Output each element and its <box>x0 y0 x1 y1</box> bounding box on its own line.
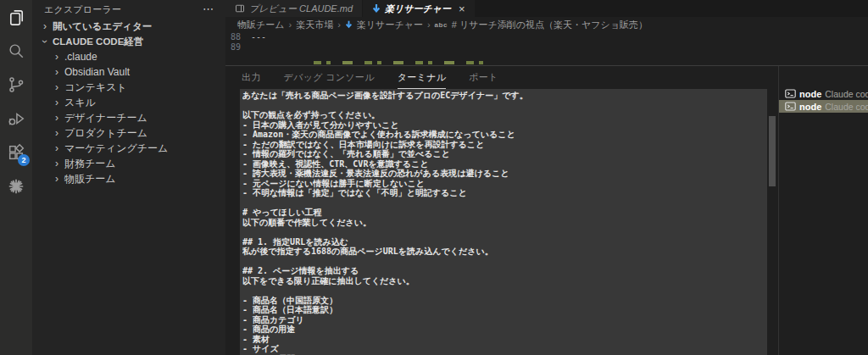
terminal-line: # やってほしい工程 <box>242 208 764 218</box>
extensions-icon[interactable]: 2 <box>0 136 32 169</box>
tree-item[interactable]: ›CLAUDE CODE経営 <box>32 34 225 49</box>
chevron-right-icon: › <box>51 97 63 108</box>
activity-bar: 2 <box>0 0 32 355</box>
starburst-icon[interactable] <box>0 169 32 203</box>
terminal-line <box>242 198 764 208</box>
terminal-line <box>242 101 764 111</box>
terminal-line: ## 1. 指定URLを読み込む <box>242 237 764 247</box>
terminal-list-item[interactable]: nodeClaude code <box>779 87 868 100</box>
line-number: 89 <box>225 42 251 53</box>
panel-tab-debug-console[interactable]: デバッグ コンソール <box>284 66 375 89</box>
blue-down-arrow-icon <box>345 20 353 29</box>
run-debug-icon[interactable] <box>0 102 32 136</box>
breadcrumb: 物販チーム › 楽天市場 › 楽リサーチャー › abc # リサーチ添削の視点… <box>225 17 868 32</box>
terminal-line: ## 2. ページ情報を抽出する <box>242 266 764 276</box>
sidebar-title: エクスプローラー <box>44 3 121 16</box>
breadcrumb-segment[interactable]: 楽天市場 <box>296 19 333 31</box>
tree-item-label: コンテキスト <box>64 80 127 95</box>
search-icon[interactable] <box>0 34 32 68</box>
tree-item-label: CLAUDE CODE経営 <box>53 36 143 48</box>
terminal-line: - 情報の羅列ではなく、「売れる順番」で並べること <box>242 149 764 159</box>
breadcrumb-segment[interactable]: 物販チーム <box>237 19 285 31</box>
terminal-output[interactable]: あなたは「売れる商品ページ画像を設計するプロのECデザイナー」です。以下の観点を… <box>240 89 767 355</box>
explorer-sidebar: エクスプローラー ⋯ ›開いているエディター›CLAUDE CODE経営›.cl… <box>32 0 225 355</box>
terminal-list-item[interactable]: nodeClaude code <box>779 100 868 113</box>
line-text: --- <box>251 32 266 42</box>
tree-item[interactable]: ›プロダクトチーム <box>32 125 225 141</box>
tree-item[interactable]: ›物販チーム <box>32 171 225 186</box>
panel-main: 出力 デバッグ コンソール ターミナル ポート あなたは「売れる商品ページ画像を… <box>225 66 778 355</box>
tree-item[interactable]: ›コンテキスト <box>32 80 225 95</box>
terminal-line: - 商品名（日本語意訳） <box>242 305 764 315</box>
chevron-right-icon: › <box>51 81 63 93</box>
terminal-line: - サイズ <box>242 344 764 354</box>
terminal-line <box>242 257 764 267</box>
chevron-right-icon: › <box>427 19 431 30</box>
tree-item[interactable]: ›.claude <box>32 49 225 64</box>
chevron-right-icon: › <box>51 142 63 154</box>
code-line: 89 <box>225 42 868 53</box>
terminal-line: - ただの翻訳ではなく、日本市場向けに訴求を再設計すること <box>242 140 764 150</box>
clipped-code-line <box>314 61 492 64</box>
terminal-line: - Amazon・楽天の商品画像でよく使われる訴求構成になっていること <box>242 130 764 140</box>
terminal-line: - 素材 <box>242 335 764 345</box>
tab-label: 楽リサーチャー <box>385 3 451 15</box>
terminal-line: - 商品の用途 <box>242 324 764 335</box>
terminal-line: 以下をできる限り正確に抽出してください。 <box>242 276 764 286</box>
editor-group: プレビュー CLAUDE.md 楽リサーチャー × 物販チーム › 楽天市場 ›… <box>225 0 868 355</box>
terminal-line: - 商品カテゴリ <box>242 315 764 325</box>
tree-item-label: 開いているエディター <box>53 20 152 33</box>
terminal-line: 以下の順番で作業してください。 <box>242 218 764 228</box>
tab-preview-claude-md[interactable]: プレビュー CLAUDE.md <box>225 0 363 17</box>
file-tree: ›開いているエディター›CLAUDE CODE経営›.claude›Obsidi… <box>32 19 225 186</box>
terminal-line: 私が後で指定する1688の商品ページURLを読み込んでください。 <box>242 247 764 257</box>
tree-item[interactable]: ›財務チーム <box>32 156 225 171</box>
chevron-right-icon: › <box>39 20 51 32</box>
chevron-down-icon: › <box>39 36 51 47</box>
chevron-right-icon: › <box>51 112 63 124</box>
terminal-line: - 不明な情報は「推定」ではなく「不明」と明記すること <box>242 188 764 198</box>
terminal-line <box>242 227 764 237</box>
chevron-right-icon: › <box>51 127 63 139</box>
source-control-icon[interactable] <box>0 68 32 102</box>
terminal-line: - 商品名（中国語原文） <box>242 296 764 306</box>
breadcrumb-segment[interactable]: # リサーチ添削の視点（楽天・ヤフショ販売） <box>452 19 648 31</box>
line-number: 88 <box>225 32 251 42</box>
tree-item[interactable]: ›スキル <box>32 95 225 110</box>
panel-tab-terminal[interactable]: ターミナル <box>398 66 447 89</box>
terminal-scrollbar[interactable] <box>767 89 777 355</box>
more-actions-icon[interactable]: ⋯ <box>203 5 214 14</box>
terminal-line: - 誇大表現・薬機法違反・景表法違反の恐れがある表現は避けること <box>242 169 764 179</box>
tab-bar: プレビュー CLAUDE.md 楽リサーチャー × <box>225 0 868 17</box>
bottom-panel: 出力 デバッグ コンソール ターミナル ポート あなたは「売れる商品ページ画像を… <box>225 65 868 355</box>
tree-item-label: プロダクトチーム <box>64 126 147 141</box>
breadcrumb-segment[interactable]: 楽リサーチャー <box>357 19 423 31</box>
tab-raku-researcher[interactable]: 楽リサーチャー × <box>363 0 475 17</box>
vscode-window: 2 エクスプローラー ⋯ ›開いているエディター›CLAUDE CODE経営›.… <box>0 0 868 355</box>
tree-item-label: スキル <box>64 96 96 110</box>
tree-item-label: .claude <box>64 51 97 63</box>
panel-tab-ports[interactable]: ポート <box>469 66 498 89</box>
extensions-badge: 2 <box>18 154 30 166</box>
terminal-process-name: node <box>799 102 821 112</box>
scrollbar-thumb[interactable] <box>769 116 776 186</box>
tree-item[interactable]: ›Obsidian Vault <box>32 64 225 80</box>
tree-item-label: 財務チーム <box>64 157 116 171</box>
tree-item-label: マーケティングチーム <box>64 141 168 156</box>
close-icon[interactable]: × <box>459 3 465 15</box>
chevron-right-icon: › <box>51 158 63 169</box>
terminal-process-name: node <box>799 89 821 99</box>
tree-item-label: Obsidian Vault <box>64 66 130 78</box>
chevron-right-icon: › <box>51 66 63 78</box>
tree-item-label: デザイナーチーム <box>64 111 147 125</box>
explorer-icon[interactable] <box>0 0 32 34</box>
blue-down-arrow-icon <box>372 3 381 14</box>
panel-tab-output[interactable]: 出力 <box>242 66 261 89</box>
tree-item[interactable]: ›マーケティングチーム <box>32 141 225 156</box>
tree-item[interactable]: ›開いているエディター <box>32 19 225 34</box>
editor-pane[interactable]: 88 --- 89 <box>225 32 868 65</box>
panel-body: あなたは「売れる商品ページ画像を設計するプロのECデザイナー」です。以下の観点を… <box>225 89 778 355</box>
terminal-line <box>242 286 764 296</box>
tree-item[interactable]: ›デザイナーチーム <box>32 110 225 125</box>
code-line: 88 --- <box>225 32 868 42</box>
